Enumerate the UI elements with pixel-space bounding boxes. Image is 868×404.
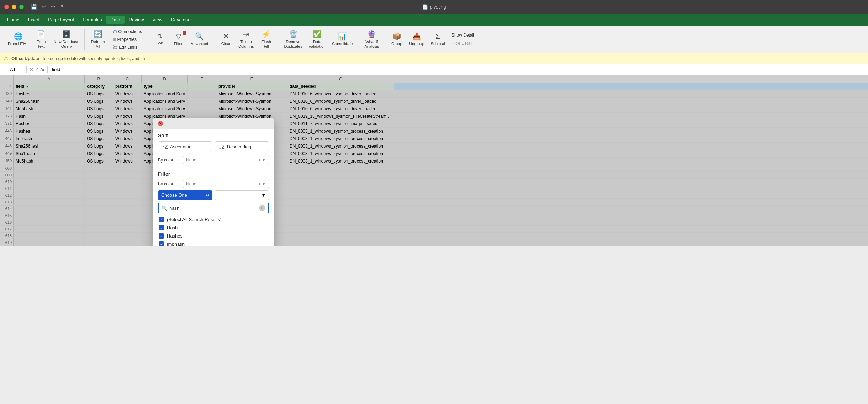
search-icon: 🔍 — [162, 206, 167, 211]
checkbox-hashes[interactable]: ✓ — [159, 233, 164, 239]
checkbox-imphash[interactable]: ✓ — [159, 241, 164, 246]
sort-button[interactable]: ⇅ Sort — [151, 32, 169, 47]
ascending-icon: ↑Z — [162, 144, 168, 150]
group-button[interactable]: 📦 Group — [388, 31, 406, 48]
value-select[interactable]: ▼ — [215, 190, 269, 200]
menu-developer[interactable]: Developer — [166, 16, 196, 24]
from-text-button[interactable]: 📄 FromText — [32, 28, 50, 50]
close-button[interactable] — [4, 5, 9, 9]
ascending-button[interactable]: ↑Z Ascending — [158, 141, 212, 152]
sort-section: Sort ↑Z Ascending ↓Z Descending By color… — [153, 129, 274, 169]
what-if-icon: 🔮 — [367, 30, 376, 38]
cancel-formula-icon[interactable]: ✕ — [30, 67, 33, 72]
formula-divider2 — [47, 66, 48, 73]
menu-insert[interactable]: Insert — [24, 16, 44, 24]
advanced-button[interactable]: 🔍 Advanced — [188, 31, 211, 48]
checkbox-hash[interactable]: ✓ — [159, 225, 164, 230]
menu-view[interactable]: View — [148, 16, 167, 24]
popup-close-button[interactable]: ✕ — [158, 121, 163, 126]
more-icon[interactable]: ▼ — [60, 4, 64, 10]
list-item[interactable]: ✓ Hashes — [158, 232, 269, 240]
formula-divider — [26, 66, 27, 73]
list-item[interactable]: ✓ Imphash — [158, 240, 269, 246]
new-db-query-button[interactable]: 🗄️ New DatabaseQuery — [51, 28, 82, 50]
sort-color-value: None — [186, 158, 196, 163]
what-if-button[interactable]: 🔮 What-IfAnalysis — [361, 28, 382, 50]
filter-icon: ▽ — [176, 32, 181, 41]
minimize-button[interactable] — [12, 5, 16, 9]
remove-duplicates-button[interactable]: 🗑️ RemoveDuplicates — [281, 28, 305, 50]
descending-icon: ↓Z — [219, 144, 225, 150]
value-select-arrow: ▼ — [261, 192, 266, 198]
menu-data[interactable]: Data — [106, 16, 124, 24]
connections-button[interactable]: ⬡ Connections — [110, 28, 145, 35]
filter-color-select[interactable]: None ▲▼ — [183, 180, 269, 188]
from-html-button[interactable]: 🌐 From HTML — [5, 31, 32, 48]
list-item[interactable]: ✓ (Select All Search Results) — [158, 216, 269, 224]
properties-icon: ≡ — [113, 37, 116, 42]
checkbox-label: Hashes — [167, 233, 182, 239]
menu-page-layout[interactable]: Page Layout — [44, 16, 78, 24]
filter-search-input[interactable] — [169, 206, 257, 211]
choose-one-select[interactable]: Choose One ⊙ — [158, 190, 212, 200]
clear-button[interactable]: ✕ Clear — [217, 31, 235, 48]
choose-one-label: Choose One — [161, 192, 187, 198]
flash-fill-button[interactable]: ⚡ FlashFill — [257, 28, 275, 50]
cell-reference-input[interactable] — [2, 66, 23, 73]
confirm-formula-icon[interactable]: ✓ — [35, 67, 39, 72]
checkbox-select-all[interactable]: ✓ — [159, 217, 164, 222]
edit-links-button[interactable]: ⛓ Edit Links — [110, 44, 145, 51]
maximize-button[interactable] — [19, 5, 24, 9]
search-row: 🔍 ✕ — [158, 203, 269, 213]
refresh-all-button[interactable]: 🔄 RefreshAll — [88, 28, 108, 50]
menu-review[interactable]: Review — [125, 16, 148, 24]
descending-button[interactable]: ↓Z Descending — [215, 141, 269, 152]
show-detail-label: Show Detail — [451, 33, 474, 38]
menu-formulas[interactable]: Formulas — [78, 16, 106, 24]
insert-function-icon[interactable]: fx — [40, 67, 44, 72]
sort-filter-popup: ✕ Sort ↑Z Ascending ↓Z Descending By col… — [153, 118, 274, 246]
update-title: Office Update — [11, 56, 39, 61]
search-clear-button[interactable]: ✕ — [259, 205, 265, 211]
checkbox-label: Imphash — [167, 241, 185, 246]
filter-color-value: None — [186, 181, 196, 186]
save-icon[interactable]: 💾 — [31, 4, 38, 10]
formula-input[interactable] — [51, 66, 866, 73]
title-bar: 💾 ↩ ↪ ▼ 📄 pivoting — [0, 0, 868, 14]
subtotal-icon: Σ — [436, 32, 440, 41]
undo-icon[interactable]: ↩ — [42, 4, 47, 10]
filter-title: Filter — [158, 171, 269, 177]
title-bar-icons: 💾 ↩ ↪ ▼ — [31, 4, 64, 10]
subtotal-button[interactable]: Σ Subtotal — [428, 31, 448, 48]
from-html-icon: 🌐 — [14, 32, 23, 41]
checkbox-label: (Select All Search Results) — [167, 217, 222, 222]
sort-buttons: ↑Z Ascending ↓Z Descending — [158, 141, 269, 152]
filter-section: Filter By color: None ▲▼ Choose One ⊙ ▼ — [153, 169, 274, 246]
sort-color-select[interactable]: None ▲▼ — [183, 156, 269, 164]
consolidate-button[interactable]: 📊 Consolidate — [329, 31, 355, 48]
text-to-columns-button[interactable]: ⇥ Text toColumns — [235, 28, 256, 50]
text-columns-icon: ⇥ — [243, 30, 249, 38]
list-item[interactable]: ✓ Hash — [158, 224, 269, 232]
group-icon: 📦 — [392, 32, 401, 41]
checkbox-list: ✓ (Select All Search Results) ✓ Hash ✓ H… — [158, 216, 269, 246]
hide-detail-button[interactable]: Hide Detail — [449, 40, 477, 47]
clear-group: ✕ Clear ⇥ Text toColumns ⚡ FlashFill — [215, 29, 277, 50]
menu-home[interactable]: Home — [3, 16, 24, 24]
filter-active-dot — [183, 31, 186, 35]
properties-button[interactable]: ≡ Properties — [110, 36, 145, 43]
get-external-group: 🌐 From HTML 📄 FromText 🗄️ New DatabaseQu… — [3, 29, 85, 50]
ungroup-button[interactable]: 📤 Ungroup — [406, 31, 427, 48]
filter-button[interactable]: ▽ Filter — [169, 31, 187, 48]
choose-one-arrow: ⊙ — [206, 193, 209, 197]
redo-icon[interactable]: ↪ — [51, 4, 55, 10]
sort-title: Sort — [158, 133, 269, 138]
file-icon: 📄 — [422, 4, 428, 10]
data-validation-button[interactable]: ✅ DataValidation — [306, 28, 329, 50]
show-detail-button[interactable]: Show Detail — [449, 32, 477, 39]
consolidate-icon: 📊 — [338, 32, 347, 41]
formula-bar: ✕ ✓ fx — [0, 64, 868, 75]
choose-row: Choose One ⊙ ▼ — [158, 190, 269, 200]
filter-by-color-row: By color: None ▲▼ — [158, 180, 269, 188]
ascending-label: Ascending — [170, 144, 192, 149]
